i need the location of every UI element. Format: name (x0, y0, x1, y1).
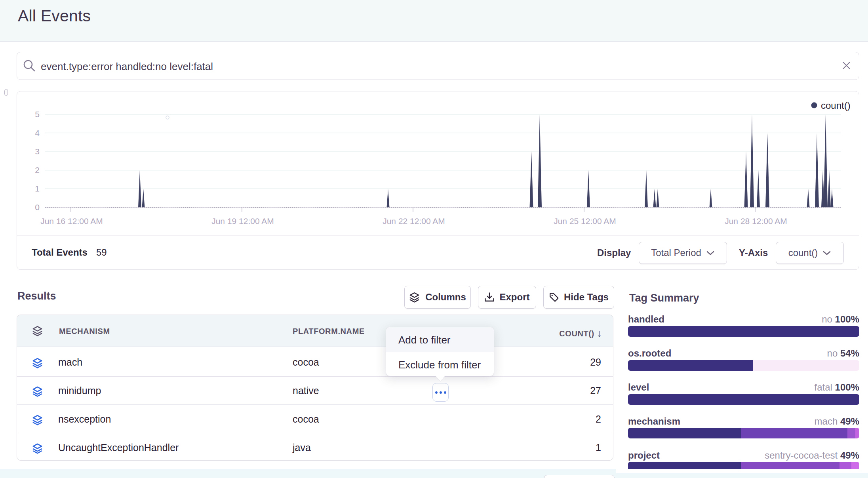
svg-text:Jun 28 12:00 AM: Jun 28 12:00 AM (725, 216, 787, 226)
svg-text:count(): count() (821, 100, 851, 111)
svg-text:Jun 16 12:00 AM: Jun 16 12:00 AM (40, 216, 103, 226)
svg-text:1: 1 (35, 184, 40, 193)
svg-text:Jun 25 12:00 AM: Jun 25 12:00 AM (554, 216, 616, 226)
svg-text:3: 3 (35, 147, 40, 156)
svg-text:5: 5 (35, 110, 40, 119)
svg-text:2: 2 (35, 165, 40, 175)
svg-text:4: 4 (35, 128, 40, 137)
svg-text:Jun 22 12:00 AM: Jun 22 12:00 AM (383, 216, 445, 226)
svg-text:0: 0 (35, 203, 40, 212)
svg-text:Jun 19 12:00 AM: Jun 19 12:00 AM (211, 216, 274, 226)
